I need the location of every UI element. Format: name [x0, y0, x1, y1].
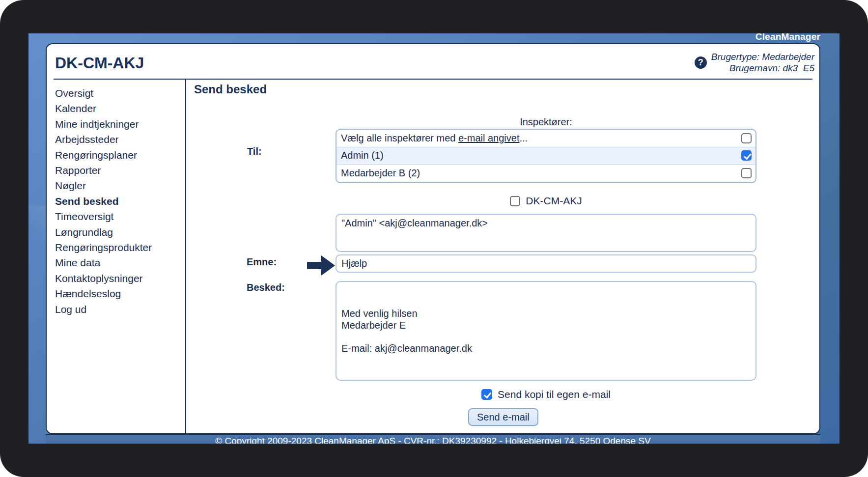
- user-info-block: ? Brugertype: Medarbejder Brugernavn: dk…: [695, 51, 814, 74]
- recipient-row-admin[interactable]: Admin (1): [336, 147, 756, 165]
- medarbejder-b-checkbox[interactable]: [741, 168, 752, 178]
- select-all-text: Vælg alle inspektører med: [341, 133, 458, 143]
- send-copy-label: Send kopi til egen e-mail: [498, 389, 611, 400]
- footer-bar: © Copyright 2009-2023 CleanManager ApS -…: [46, 434, 820, 444]
- sidebar-item-timeoversigt[interactable]: Timeoversigt: [47, 209, 184, 224]
- sidebar-item-mine-indtjekninger[interactable]: Mine indtjekninger: [47, 116, 184, 132]
- arrow-right-icon: [307, 255, 335, 276]
- send-copy-row: Send kopi til egen e-mail: [336, 389, 756, 400]
- user-info-text: Brugertype: Medarbejder Brugernavn: dk3_…: [711, 51, 814, 74]
- company-checkbox-label: DK-CM-AKJ: [526, 195, 582, 207]
- besked-textarea[interactable]: Med venlig hilsen Medarbejder E E-mail: …: [336, 281, 756, 381]
- sidebar-item-send-besked[interactable]: Send besked: [47, 194, 184, 209]
- user-type-label: Brugertype: Medarbejder: [711, 51, 814, 62]
- sidebar-item-kalender[interactable]: Kalender: [47, 101, 184, 116]
- til-label: Til:: [247, 146, 262, 157]
- company-checkbox-row: DK-CM-AKJ: [336, 195, 756, 207]
- select-all-checkbox[interactable]: [741, 133, 752, 143]
- screen: CleanManager DK-CM-AKJ ? Brugertype: Med…: [0, 0, 868, 477]
- recipient-row-label: Admin (1): [341, 150, 384, 161]
- sidebar-item-kontaktoplysninger[interactable]: Kontaktoplysninger: [47, 271, 184, 286]
- recipient-row-select-all[interactable]: Vælg alle inspektører med e-mail angivet…: [336, 130, 756, 147]
- user-name-label: Brugernavn: dk3_E5: [711, 62, 814, 74]
- recipient-row-label: Medarbejder B (2): [341, 168, 420, 179]
- recipient-list: Vælg alle inspektører med e-mail angivet…: [336, 129, 756, 183]
- sidebar-item-rapporter[interactable]: Rapporter: [47, 163, 184, 178]
- admin-checkbox[interactable]: [741, 150, 752, 161]
- help-icon[interactable]: ?: [695, 56, 707, 69]
- app-window: DK-CM-AKJ ? Brugertype: Medarbejder Brug…: [46, 43, 820, 434]
- page-title: Send besked: [194, 83, 267, 96]
- sidebar-item-mine-data[interactable]: Mine data: [47, 255, 184, 270]
- sidebar-item-log-ud[interactable]: Log ud: [47, 302, 184, 317]
- header-divider: [54, 79, 812, 80]
- recipients-textarea[interactable]: "Admin" <akj@cleanmanager.dk>: [336, 214, 756, 252]
- sidebar-separator: [185, 80, 186, 433]
- sidebar-item-rengoringsprodukter[interactable]: Rengøringsprodukter: [47, 240, 184, 255]
- send-email-button[interactable]: Send e-mail: [468, 408, 538, 426]
- select-all-ellipsis: ...: [520, 133, 528, 143]
- sidebar-menu: Oversigt Kalender Mine indtjekninger Arb…: [47, 85, 184, 317]
- copyright-text: © Copyright 2009-2023 CleanManager ApS -…: [46, 435, 820, 444]
- sidebar-item-haendelseslog[interactable]: Hændelseslog: [47, 286, 184, 301]
- sidebar-item-oversigt[interactable]: Oversigt: [47, 85, 184, 101]
- emne-input[interactable]: [336, 254, 756, 273]
- recipient-row-label: Vælg alle inspektører med e-mail angivet…: [341, 133, 528, 144]
- sidebar-item-arbejdssteder[interactable]: Arbejdssteder: [47, 132, 184, 147]
- company-name: DK-CM-AKJ: [55, 54, 144, 72]
- sidebar-item-rengoringsplaner[interactable]: Rengøringsplaner: [47, 147, 184, 163]
- recipient-row-medarbejder-b[interactable]: Medarbejder B (2): [336, 165, 756, 182]
- email-angivet-link[interactable]: e-mail angivet: [458, 133, 520, 143]
- send-copy-checkbox[interactable]: [481, 389, 492, 400]
- sidebar-item-nogler[interactable]: Nøgler: [47, 178, 184, 193]
- besked-label: Besked:: [247, 282, 285, 293]
- sidebar-item-longrundlag[interactable]: Løngrundlag: [47, 224, 184, 240]
- emne-label: Emne:: [247, 256, 277, 268]
- brand-logo: CleanManager: [756, 31, 820, 42]
- inspectors-label: Inspektører:: [336, 116, 756, 128]
- company-checkbox[interactable]: [510, 196, 520, 206]
